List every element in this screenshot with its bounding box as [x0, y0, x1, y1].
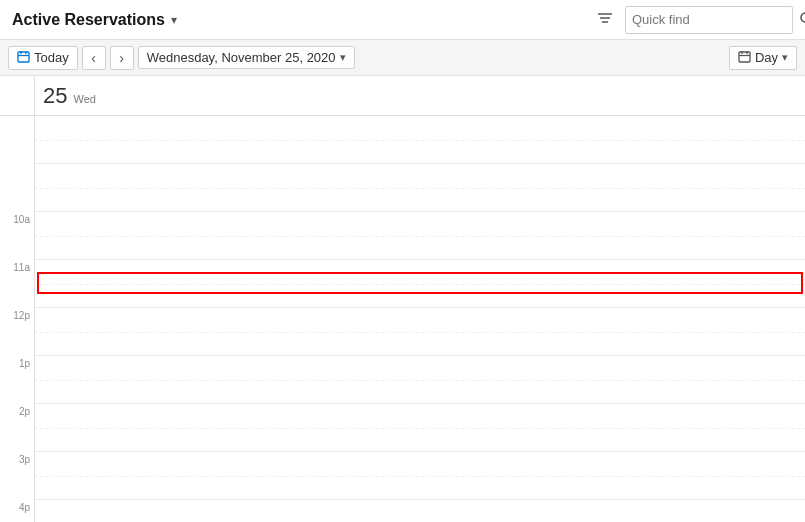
time-label-8a — [0, 116, 34, 164]
time-column: 10a 11a 12p 1p 2p 3p 4p 5p — [0, 76, 35, 522]
time-label-10a: 10a — [0, 212, 34, 260]
view-selector[interactable]: Day ▾ — [729, 46, 797, 70]
half-hour-10a — [35, 236, 805, 237]
time-label-1p: 1p — [0, 356, 34, 404]
hour-row-1p — [35, 356, 805, 404]
hour-row-10a — [35, 212, 805, 260]
hour-row-8a — [35, 116, 805, 164]
half-hour-9a — [35, 188, 805, 189]
half-hour-1p — [35, 380, 805, 381]
svg-rect-5 — [18, 52, 29, 62]
svg-rect-9 — [739, 52, 750, 62]
hour-row-12p — [35, 308, 805, 356]
hour-row-2p — [35, 404, 805, 452]
prev-icon: ‹ — [91, 50, 96, 66]
time-label-3p: 3p — [0, 452, 34, 500]
hour-row-4p — [35, 500, 805, 522]
time-label-9a — [0, 164, 34, 212]
date-selector[interactable]: Wednesday, November 25, 2020 ▾ — [138, 46, 355, 69]
date-display: Wednesday, November 25, 2020 — [147, 50, 336, 65]
main-column: 25 Wed — [35, 76, 805, 522]
search-box[interactable] — [625, 6, 793, 34]
time-label-2p: 2p — [0, 404, 34, 452]
title-chevron-icon[interactable]: ▾ — [171, 13, 177, 27]
time-header-spacer — [0, 76, 34, 116]
hour-row-3p — [35, 452, 805, 500]
next-button[interactable]: › — [110, 46, 134, 70]
day-number: 25 — [43, 85, 67, 107]
search-input[interactable] — [632, 12, 800, 27]
date-chevron-icon: ▾ — [340, 51, 346, 64]
hour-row-9a — [35, 164, 805, 212]
day-name: Wed — [73, 93, 95, 105]
header-right — [593, 6, 793, 34]
filter-icon[interactable] — [593, 8, 617, 31]
next-icon: › — [119, 50, 124, 66]
half-hour-8a — [35, 140, 805, 141]
header: Active Reservations ▾ — [0, 0, 805, 40]
half-hour-2p — [35, 428, 805, 429]
event-block[interactable] — [37, 272, 803, 294]
half-hour-12p — [35, 332, 805, 333]
search-icon — [800, 12, 805, 28]
half-hour-3p — [35, 476, 805, 477]
header-left: Active Reservations ▾ — [12, 11, 177, 29]
hour-row-11a[interactable] — [35, 260, 805, 308]
time-label-11a: 11a — [0, 260, 34, 308]
svg-point-3 — [801, 13, 805, 22]
page-title: Active Reservations — [12, 11, 165, 29]
view-chevron-icon: ▾ — [782, 51, 788, 64]
time-label-12p: 12p — [0, 308, 34, 356]
calendar-body: 10a 11a 12p 1p 2p 3p 4p 5p 25 Wed — [0, 76, 805, 522]
today-label: Today — [34, 50, 69, 65]
calendar-icon — [17, 50, 30, 66]
time-label-4p: 4p — [0, 500, 34, 522]
event-grid — [35, 116, 805, 522]
day-header: 25 Wed — [35, 76, 805, 116]
prev-button[interactable]: ‹ — [82, 46, 106, 70]
view-label: Day — [755, 50, 778, 65]
calendar-view-icon — [738, 50, 751, 66]
toolbar: Today ‹ › Wednesday, November 25, 2020 ▾… — [0, 40, 805, 76]
today-button[interactable]: Today — [8, 46, 78, 70]
